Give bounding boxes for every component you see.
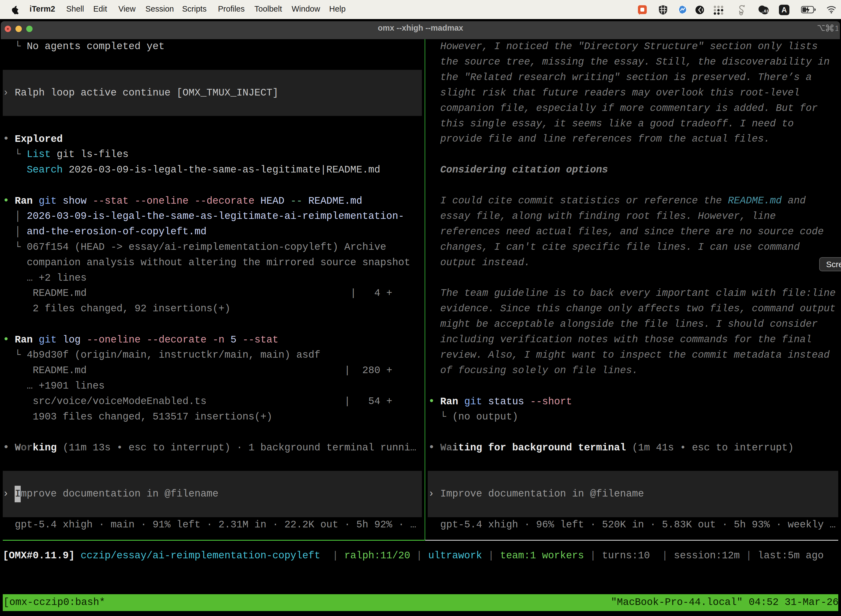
svg-text:..61: ..61 xyxy=(762,9,769,13)
svg-text:1: 1 xyxy=(835,24,838,32)
